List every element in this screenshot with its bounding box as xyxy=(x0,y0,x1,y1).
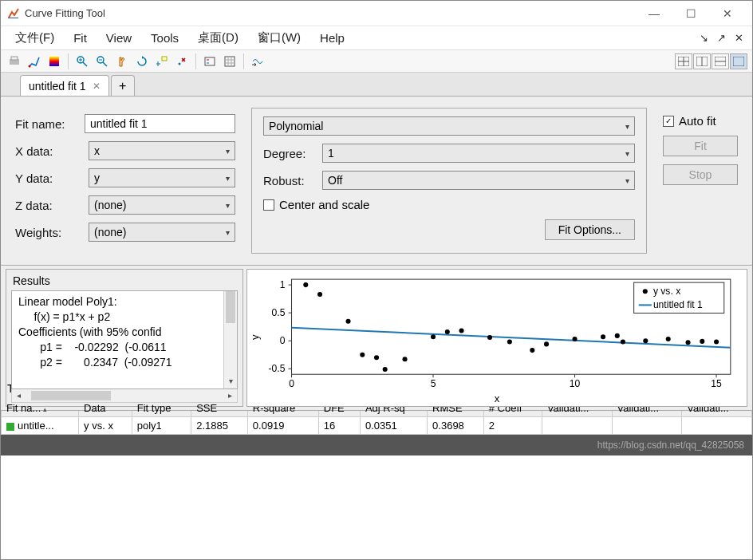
fit-name-label: Fit name: xyxy=(15,117,78,131)
svg-text:x: x xyxy=(495,392,500,404)
maximize-button[interactable]: ☐ xyxy=(672,1,709,26)
brush-icon[interactable] xyxy=(26,53,43,70)
model-type-select[interactable]: Polynomial▾ xyxy=(263,116,635,136)
svg-point-73 xyxy=(666,337,671,341)
svg-text:0: 0 xyxy=(280,335,286,346)
layout-3[interactable] xyxy=(712,53,729,69)
new-tab-button[interactable]: + xyxy=(111,75,135,96)
chart-pane[interactable]: 051015-0.500.51 x y y vs. x untitled fit… xyxy=(246,269,747,407)
dock-icon[interactable]: ↗ xyxy=(712,32,730,44)
fit-name-input[interactable] xyxy=(85,114,235,133)
table-cell: 0.0351 xyxy=(360,417,427,435)
degree-label: Degree: xyxy=(263,147,316,160)
stop-button[interactable]: Stop xyxy=(663,164,738,185)
colorbar-icon[interactable] xyxy=(45,53,63,70)
svg-text:10: 10 xyxy=(570,378,581,389)
pan-icon[interactable] xyxy=(113,53,131,70)
robust-select[interactable]: Off▾ xyxy=(322,171,635,190)
svg-point-61 xyxy=(431,334,436,339)
status-bar: https://blog.csdn.net/qq_42825058 xyxy=(1,435,752,455)
svg-point-66 xyxy=(530,348,534,353)
svg-text:0.5: 0.5 xyxy=(272,307,286,318)
svg-point-74 xyxy=(686,340,691,345)
z-data-select[interactable]: (none)▾ xyxy=(89,195,235,215)
y-data-select[interactable]: y▾ xyxy=(89,168,235,187)
table-cell: 2 xyxy=(483,417,542,435)
svg-point-80 xyxy=(643,289,648,294)
svg-point-3 xyxy=(29,65,31,67)
minimize-button[interactable]: — xyxy=(636,1,672,26)
tab-label: untitled fit 1 xyxy=(29,80,86,93)
svg-text:y: y xyxy=(249,334,261,340)
menu-view[interactable]: View xyxy=(97,28,141,48)
svg-point-55 xyxy=(317,292,322,297)
results-hscroll[interactable]: ◂▸ xyxy=(11,389,238,403)
zoom-out-icon[interactable] xyxy=(93,53,111,70)
svg-point-64 xyxy=(487,335,492,340)
menu-help[interactable]: Help xyxy=(310,28,354,48)
auto-fit-checkbox[interactable]: ✓ xyxy=(663,116,674,127)
layout-2[interactable] xyxy=(693,53,711,69)
table-cell xyxy=(682,417,752,435)
svg-line-6 xyxy=(83,62,87,66)
app-icon xyxy=(7,7,20,20)
maximize-dock-icon[interactable]: ✕ xyxy=(730,32,747,44)
svg-line-53 xyxy=(292,328,731,348)
menu-tools[interactable]: Tools xyxy=(141,28,188,48)
svg-point-63 xyxy=(459,329,464,333)
svg-text:0: 0 xyxy=(289,378,294,389)
close-tab-icon[interactable]: ✕ xyxy=(93,81,101,92)
layout-4[interactable] xyxy=(730,53,747,69)
svg-line-10 xyxy=(103,62,107,66)
svg-text:-0.5: -0.5 xyxy=(269,363,286,374)
svg-text:untitled fit 1: untitled fit 1 xyxy=(653,299,703,310)
layout-1[interactable] xyxy=(675,53,692,69)
print-icon[interactable] xyxy=(6,53,23,70)
y-data-label: Y data: xyxy=(15,172,82,185)
z-data-label: Z data: xyxy=(15,199,82,212)
svg-point-70 xyxy=(615,333,620,338)
weights-select[interactable]: (none)▾ xyxy=(89,223,235,242)
center-scale-checkbox[interactable] xyxy=(263,199,274,211)
fit-button[interactable]: Fit xyxy=(663,136,738,156)
menu-window[interactable]: 窗口(W) xyxy=(248,27,310,49)
menu-desktop[interactable]: 桌面(D) xyxy=(188,27,248,49)
svg-point-69 xyxy=(601,334,605,339)
svg-point-57 xyxy=(360,353,365,357)
svg-rect-2 xyxy=(11,57,18,60)
exclude-icon[interactable] xyxy=(173,53,191,70)
menu-fit[interactable]: Fit xyxy=(64,28,97,48)
zoom-in-icon[interactable] xyxy=(73,53,91,70)
svg-rect-12 xyxy=(162,57,167,61)
results-pane: Results Linear model Poly1: f(x) = p1*x … xyxy=(6,269,243,407)
menu-file[interactable]: 文件(F) xyxy=(6,27,64,49)
svg-rect-4 xyxy=(49,57,59,66)
svg-point-76 xyxy=(714,340,719,345)
grid-icon[interactable] xyxy=(221,53,239,70)
tab-fit[interactable]: untitled fit 1 ✕ xyxy=(20,75,109,96)
table-cell: untitle... xyxy=(2,417,79,435)
table-row[interactable]: untitle...y vs. xpoly12.18850.0919160.03… xyxy=(2,417,752,435)
results-vscroll[interactable]: ▴▾ xyxy=(223,291,237,388)
x-data-select[interactable]: x▾ xyxy=(89,141,235,160)
close-button[interactable]: ✕ xyxy=(709,1,746,26)
fit-options-button[interactable]: Fit Options... xyxy=(545,219,635,240)
svg-point-60 xyxy=(403,357,408,361)
rotate-icon[interactable] xyxy=(133,53,151,70)
degree-select[interactable]: 1▾ xyxy=(322,144,635,163)
svg-point-71 xyxy=(621,340,625,345)
residuals-icon[interactable] xyxy=(249,53,266,70)
data-cursor-icon[interactable] xyxy=(153,53,171,70)
svg-text:1: 1 xyxy=(280,279,286,290)
results-text[interactable]: Linear model Poly1: f(x) = p1*x + p2 Coe… xyxy=(11,290,238,389)
svg-point-68 xyxy=(573,337,578,341)
svg-point-72 xyxy=(643,338,648,343)
table-cell: 2.1885 xyxy=(191,417,248,435)
config-panel: Fit name: X data:x▾ Y data:y▾ Z data:(no… xyxy=(1,97,752,266)
undock-icon[interactable]: ↘ xyxy=(695,32,712,44)
svg-point-56 xyxy=(346,319,351,324)
table-cell: 0.3698 xyxy=(428,417,484,435)
legend-icon[interactable] xyxy=(201,53,219,70)
svg-text:5: 5 xyxy=(431,378,436,389)
titlebar: Curve Fitting Tool — ☐ ✕ xyxy=(1,1,752,26)
